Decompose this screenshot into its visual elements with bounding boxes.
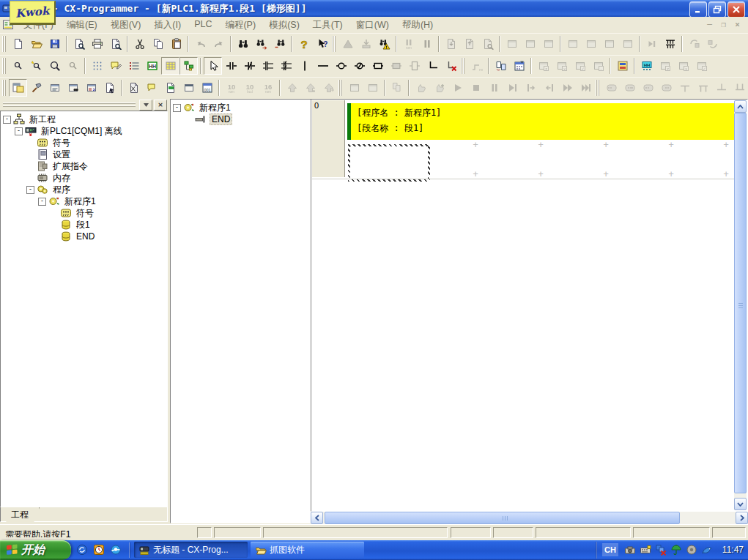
tree-label[interactable]: 新工程	[28, 113, 57, 126]
toolbar-gripper[interactable]	[332, 36, 337, 52]
net-a-button[interactable]	[602, 79, 621, 97]
sim-step-out-button[interactable]	[540, 79, 558, 97]
bird-icon[interactable]	[701, 544, 713, 556]
comment-box-button[interactable]	[106, 57, 125, 75]
badge-dash-button[interactable]: -	[589, 57, 607, 75]
grid-monitor-button[interactable]	[661, 35, 679, 53]
horizontal-line-button[interactable]	[314, 57, 332, 75]
tree-expander-minus[interactable]: -	[38, 198, 46, 206]
pause-button[interactable]	[418, 35, 436, 53]
comment-tag-button[interactable]	[143, 79, 161, 97]
instruction3-button[interactable]	[405, 57, 423, 75]
tree-label[interactable]: 内存	[51, 172, 72, 184]
badge2-x-button[interactable]: x	[674, 57, 692, 75]
pause-hand1-button[interactable]	[412, 79, 430, 97]
save-button[interactable]	[45, 35, 64, 53]
contact-or-no-button[interactable]	[259, 57, 277, 75]
scroll-down-button[interactable]	[734, 498, 747, 510]
dec-10b-button[interactable]: 10bcd	[240, 79, 259, 97]
io-table-button[interactable]: 001	[198, 79, 216, 97]
badge-x-button[interactable]: x	[552, 57, 571, 75]
toolbar-gripper[interactable]	[461, 58, 466, 74]
badge2-z-button[interactable]: z	[656, 57, 674, 75]
copy-button[interactable]	[149, 35, 167, 53]
new-file-button[interactable]	[9, 35, 27, 53]
sim-step-in-button[interactable]	[522, 79, 540, 97]
window-b-button[interactable]	[363, 79, 382, 97]
tree-expander-minus[interactable]: -	[26, 186, 34, 194]
scroll-right-button[interactable]	[736, 512, 748, 524]
coil-button[interactable]	[332, 57, 350, 75]
section-tree-item[interactable]: END	[173, 113, 311, 125]
select-tool-button[interactable]	[204, 57, 222, 75]
print-preview-button[interactable]	[106, 35, 125, 53]
refresh-button[interactable]	[703, 35, 722, 53]
monitor-button[interactable]	[521, 35, 539, 53]
ie-icon[interactable]	[110, 544, 122, 556]
project-tree-item[interactable]: 符号	[3, 207, 167, 219]
tree-label[interactable]: 设置	[51, 149, 72, 161]
vertical-scroll-thumb[interactable]	[734, 113, 747, 493]
tree-label[interactable]: 符号	[51, 137, 72, 149]
sim-end-button[interactable]	[577, 79, 595, 97]
rung-edit-button[interactable]: rm	[467, 57, 486, 75]
mode-monitor-button[interactable]	[600, 35, 618, 53]
tree-label[interactable]: 符号	[75, 207, 95, 220]
net-c-button[interactable]	[639, 79, 657, 97]
monitor-hh-button[interactable]: HH	[143, 57, 161, 75]
project-tree-item[interactable]: 符号	[3, 137, 167, 149]
coil-closed-button[interactable]	[350, 57, 369, 75]
grid-toggle-button[interactable]	[88, 57, 106, 75]
transfer-up1-button[interactable]	[283, 79, 301, 97]
print-button[interactable]	[88, 35, 106, 53]
junction-d-button[interactable]	[730, 79, 748, 97]
step-button[interactable]	[643, 35, 661, 53]
multi-copy-button[interactable]	[388, 79, 406, 97]
horizontal-scrollbar[interactable]	[311, 512, 748, 524]
find-next-button[interactable]	[270, 35, 289, 53]
page-setup-button[interactable]	[70, 35, 88, 53]
restore-button[interactable]	[708, 1, 726, 18]
section-tree-item[interactable]: -新程序1	[173, 102, 311, 113]
sim-stop-button[interactable]	[467, 79, 485, 97]
tree-label[interactable]: 新PLC1[CQM1] 离线	[40, 125, 124, 138]
vertical-scrollbar[interactable]	[734, 100, 747, 510]
junction-b-button[interactable]	[694, 79, 712, 97]
pause-hand2-button[interactable]	[430, 79, 448, 97]
compile-button[interactable]	[338, 35, 357, 53]
address-ref-button[interactable]	[613, 57, 632, 75]
tree-label[interactable]: END	[210, 113, 232, 125]
undo-button[interactable]	[191, 35, 210, 53]
net-b-button[interactable]	[621, 79, 639, 97]
badge2-v-button[interactable]: ✓	[692, 57, 711, 75]
menu-item-7[interactable]: 模拟(S)	[262, 18, 306, 33]
camera-icon[interactable]	[624, 544, 636, 556]
transfer-button[interactable]	[357, 35, 375, 53]
online-edit-button[interactable]: rom	[399, 35, 418, 53]
work-online-button[interactable]	[503, 35, 521, 53]
section-cut-button[interactable]	[125, 79, 143, 97]
contact-nc-button[interactable]	[240, 57, 259, 75]
block-view-button[interactable]	[179, 57, 198, 75]
mdi-close-button[interactable]: ×	[731, 19, 744, 30]
compare-button[interactable]	[478, 35, 497, 53]
sim-ff-button[interactable]	[558, 79, 577, 97]
project-tree-item[interactable]: 内存	[3, 172, 167, 184]
panel-close-button[interactable]: ×	[154, 100, 167, 111]
close-button[interactable]	[727, 1, 745, 18]
find-button[interactable]	[234, 35, 252, 53]
sim-pause-button[interactable]	[485, 79, 503, 97]
cross-reference-button[interactable]	[82, 79, 100, 97]
properties-button[interactable]	[100, 79, 119, 97]
zoom-custom-button[interactable]	[45, 57, 64, 75]
paste-button[interactable]	[167, 35, 185, 53]
find-replace-button[interactable]	[252, 35, 270, 53]
badge-v-button[interactable]: ✓	[571, 57, 589, 75]
clock-icon[interactable]	[93, 544, 105, 556]
antivirus-umbrella-icon[interactable]	[670, 544, 682, 556]
menu-item-6[interactable]: 编程(P)	[218, 18, 262, 33]
sim-play-button[interactable]	[448, 79, 467, 97]
language-indicator[interactable]: CH	[602, 543, 618, 556]
menu-item-3[interactable]: 视图(V)	[104, 18, 148, 33]
menu-item-4[interactable]: 插入(I)	[147, 18, 188, 33]
